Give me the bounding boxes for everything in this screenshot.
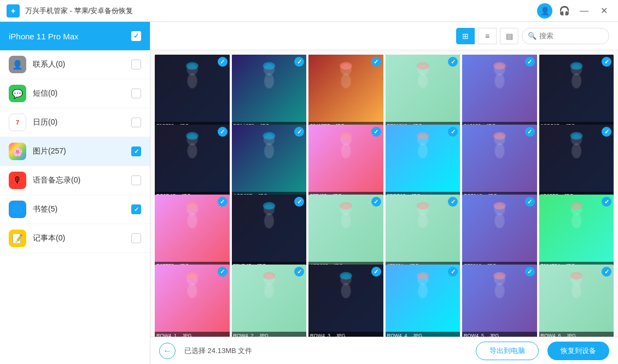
bookmarks-icon: 🌐 [9, 201, 26, 218]
contacts-checkbox[interactable] [131, 60, 141, 69]
notes-label: 记事本(0) [33, 233, 131, 243]
photo-grid: 70CF53....JPGBE1A8F2....JPG38417EF....JP… [150, 50, 618, 337]
photo-checkbox[interactable] [448, 127, 458, 137]
device-header: iPhone 11 Pro Max [0, 22, 150, 50]
photo-item[interactable]: 2A3189....JPG [462, 55, 537, 130]
photo-checkbox[interactable] [448, 267, 458, 277]
sidebar-item-sms[interactable]: 💬短信(0) [0, 79, 150, 108]
contacts-label: 联系人(0) [33, 60, 131, 69]
photo-checkbox[interactable] [371, 57, 381, 67]
photo-item[interactable]: 47562A....JPG [386, 195, 460, 269]
photo-item[interactable]: 1D95B5....JPG [539, 125, 614, 199]
photo-checkbox[interactable] [525, 267, 535, 277]
photo-item[interactable]: ACD63E....JPG [232, 125, 307, 199]
photo-checkbox[interactable] [294, 197, 304, 207]
app-logo: + [7, 4, 20, 17]
search-input[interactable] [539, 32, 603, 40]
sms-icon: 💬 [9, 85, 26, 102]
export-button[interactable]: 导出到电脑 [476, 342, 539, 360]
photo-item[interactable]: ROW4_1....JPG [155, 265, 230, 337]
minimize-button[interactable]: — [576, 3, 592, 19]
restore-button[interactable]: 恢复到设备 [547, 342, 609, 360]
photos-label: 图片(257) [33, 146, 131, 156]
photo-item[interactable]: ROW4_3....JPG [308, 265, 383, 337]
sidebar-item-contacts[interactable]: 👤联系人(0) [0, 50, 150, 79]
photo-item[interactable]: 37F425....JPG [308, 125, 383, 199]
bottombar: ← 已选择 24.13MB 文件 导出到电脑 恢复到设备 [150, 337, 618, 364]
view-list-button[interactable]: ≡ [478, 28, 497, 44]
photo-checkbox[interactable] [371, 267, 381, 277]
photo-item[interactable]: CF3016....JPG [462, 195, 537, 269]
photo-checkbox[interactable] [294, 267, 304, 277]
sidebar-item-photos[interactable]: 🌸图片(257) [0, 137, 150, 166]
photo-item[interactable]: BE91812....JPG [386, 55, 460, 130]
headset-icon[interactable]: 🎧 [557, 3, 572, 19]
device-name: iPhone 11 Pro Max [9, 32, 79, 41]
voice-icon: 🎙 [9, 172, 26, 189]
sms-checkbox[interactable] [131, 89, 141, 98]
photo-label: ROW4_2....JPG [232, 332, 307, 337]
user-icon[interactable]: 👤 [537, 3, 552, 19]
photo-item[interactable]: 9CDB9D....JPG [539, 55, 614, 130]
photo-checkbox[interactable] [218, 127, 228, 137]
photo-item[interactable]: 8DDB13....JPG [386, 125, 460, 199]
sms-label: 短信(0) [33, 89, 131, 98]
sidebar-item-calendar[interactable]: 7日历(0) [0, 108, 150, 137]
titlebar: + 万兴手机管家 - 苹果/安卓备份恢复 👤 🎧 — ✕ [0, 0, 618, 22]
photo-label: ROW4_5....JPG [462, 332, 537, 337]
sidebar-item-notes[interactable]: 📝记事本(0) [0, 224, 150, 253]
photo-checkbox[interactable] [448, 197, 458, 207]
voice-label: 语音备忘录(0) [33, 175, 131, 185]
view-detail-button[interactable]: ▤ [500, 28, 518, 44]
photo-item[interactable]: 4CB607....JPG [308, 195, 383, 269]
close-button[interactable]: ✕ [596, 3, 611, 19]
sidebar-item-bookmarks[interactable]: 🌐书签(5) [0, 195, 150, 224]
photo-checkbox[interactable] [602, 267, 611, 277]
notes-checkbox[interactable] [131, 233, 141, 243]
photo-label: ROW4_1....JPG [155, 332, 230, 337]
photo-checkbox[interactable] [218, 57, 228, 67]
photo-item[interactable]: 70CF53....JPG [155, 55, 230, 130]
photo-checkbox[interactable] [602, 127, 611, 137]
voice-checkbox[interactable] [131, 175, 141, 185]
bookmarks-label: 书签(5) [33, 204, 131, 214]
photo-item[interactable]: 7984F94....JPG [539, 195, 614, 269]
view-grid-button[interactable]: ⊞ [456, 28, 475, 44]
photo-checkbox[interactable] [525, 57, 535, 67]
photo-item[interactable]: ROW4_5....JPG [462, 265, 537, 337]
photo-item[interactable]: 55YD47....JPG [232, 195, 307, 269]
calendar-icon: 7 [9, 114, 26, 131]
photo-item[interactable]: BE1A8F2....JPG [232, 55, 307, 130]
sidebar-item-voice[interactable]: 🎙语音备忘录(0) [0, 166, 150, 195]
photo-checkbox[interactable] [448, 57, 458, 67]
window-controls: 👤 🎧 — ✕ [537, 3, 611, 19]
photo-checkbox[interactable] [218, 197, 228, 207]
photo-item[interactable]: 38417EF....JPG [308, 55, 383, 130]
photo-checkbox[interactable] [525, 127, 535, 137]
selected-info: 已选择 24.13MB 文件 [184, 346, 467, 356]
photo-checkbox[interactable] [371, 127, 381, 137]
app-title: 万兴手机管家 - 苹果/安卓备份恢复 [25, 6, 537, 16]
photo-checkbox[interactable] [294, 127, 304, 137]
photo-checkbox[interactable] [218, 267, 228, 277]
calendar-checkbox[interactable] [131, 118, 141, 127]
photo-label: ROW4_6....JPG [539, 332, 614, 337]
photo-checkbox[interactable] [602, 57, 611, 67]
photo-item[interactable]: D077F3....JPG [155, 195, 230, 269]
device-checkbox[interactable] [131, 31, 141, 41]
main-layout: iPhone 11 Pro Max 👤联系人(0)💬短信(0)7日历(0)🌸图片… [0, 22, 618, 364]
photo-item[interactable]: BC9D4C....JPG [155, 125, 230, 199]
photo-label: ROW4_4....JPG [386, 332, 460, 337]
bookmarks-checkbox[interactable] [131, 204, 141, 214]
photo-item[interactable]: ROW4_2....JPG [232, 265, 307, 337]
photo-checkbox[interactable] [525, 197, 535, 207]
sidebar: iPhone 11 Pro Max 👤联系人(0)💬短信(0)7日历(0)🌸图片… [0, 22, 150, 364]
photo-item[interactable]: ROW4_6....JPG [539, 265, 614, 337]
photo-checkbox[interactable] [602, 197, 611, 207]
photo-checkbox[interactable] [294, 57, 304, 67]
photo-item[interactable]: ROW4_4....JPG [386, 265, 460, 337]
photo-item[interactable]: EC70A8....JPG [462, 125, 537, 199]
back-button[interactable]: ← [159, 343, 176, 359]
photos-checkbox[interactable] [131, 146, 141, 156]
photo-checkbox[interactable] [371, 197, 381, 207]
